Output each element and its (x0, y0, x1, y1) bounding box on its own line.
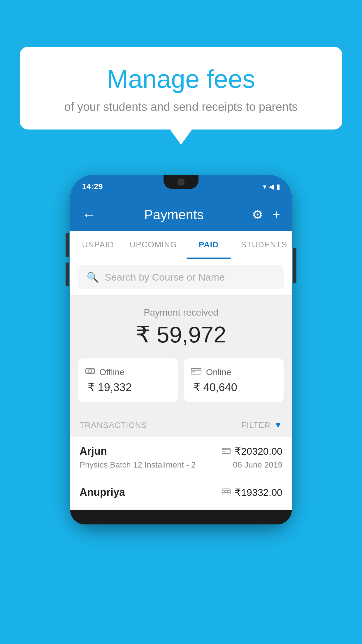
payment-type-icon (222, 446, 231, 456)
transactions-label: TRANSACTIONS (80, 421, 147, 430)
tab-upcoming[interactable]: UPCOMING (126, 231, 181, 259)
transactions-header: TRANSACTIONS FILTER ▼ (70, 412, 292, 437)
payment-received-label: Payment received (78, 307, 284, 318)
cash-icon (85, 367, 95, 377)
search-icon: 🔍 (87, 271, 99, 283)
filter-button[interactable]: FILTER ▼ (241, 421, 282, 430)
svg-rect-0 (86, 368, 94, 374)
svg-rect-10 (222, 489, 230, 494)
transaction-name: Anupriya (80, 486, 125, 498)
status-time: 14:29 (82, 182, 103, 191)
offline-label: Offline (99, 367, 124, 377)
payment-type-icon (222, 487, 231, 497)
phone-side-button-vol-up (66, 233, 69, 257)
search-placeholder: Search by Course or Name (105, 272, 225, 283)
tab-paid[interactable]: PAID (181, 231, 236, 259)
transaction-date: 06 June 2019 (233, 460, 282, 470)
add-icon[interactable]: + (273, 207, 280, 222)
offline-payment-card: Offline ₹ 19,332 (78, 358, 178, 402)
phone-bottom (70, 510, 292, 524)
tabs-bar: UNPAID UPCOMING PAID STUDENTS (70, 231, 292, 259)
battery-icon: ▮ (276, 183, 280, 191)
speech-bubble: Manage fees of your students and send re… (20, 47, 342, 130)
svg-rect-6 (192, 371, 195, 372)
svg-rect-9 (223, 451, 225, 452)
filter-icon: ▼ (274, 421, 282, 430)
online-amount: ₹ 40,640 (191, 381, 237, 394)
payment-summary: Payment received ₹ 59,972 (70, 295, 292, 412)
app-header: ← Payments ⚙ + (70, 198, 292, 231)
speech-bubble-title: Manage fees (34, 64, 328, 94)
payment-total-amount: ₹ 59,972 (78, 321, 284, 348)
phone-frame: 14:29 ▾ ◀ ▮ ← Payments ⚙ + UNPAID UPCOMI… (70, 175, 292, 524)
offline-amount: ₹ 19,332 (85, 381, 132, 394)
online-label: Online (206, 367, 231, 377)
search-container: 🔍 Search by Course or Name (70, 259, 292, 295)
tab-unpaid[interactable]: UNPAID (70, 231, 126, 259)
page-title: Payments (144, 207, 204, 223)
speech-bubble-subtitle: of your students and send receipts to pa… (34, 100, 328, 113)
search-box[interactable]: 🔍 Search by Course or Name (78, 265, 284, 289)
tab-students[interactable]: STUDENTS (236, 231, 292, 259)
transaction-item[interactable]: Anupriya ₹19332.00 (70, 478, 292, 510)
phone-side-button-power (293, 248, 296, 283)
signal-icon: ◀ (269, 183, 274, 191)
status-icons: ▾ ◀ ▮ (263, 183, 280, 191)
transaction-item[interactable]: Arjun ₹20320.00 Physics Batch 12 Install… (70, 437, 292, 478)
back-button[interactable]: ← (82, 206, 96, 223)
transaction-detail: Physics Batch 12 Installment - 2 (80, 460, 196, 470)
settings-icon[interactable]: ⚙ (252, 207, 263, 222)
payment-cards: Offline ₹ 19,332 (78, 358, 284, 402)
phone-side-button-vol-down (66, 262, 69, 286)
transaction-amount: ₹19332.00 (235, 487, 282, 498)
online-payment-card: Online ₹ 40,640 (184, 358, 284, 402)
wifi-icon: ▾ (263, 183, 266, 191)
card-icon (191, 367, 201, 377)
filter-label: FILTER (241, 421, 270, 430)
status-bar: 14:29 ▾ ◀ ▮ (70, 175, 292, 198)
app-screen: ← Payments ⚙ + UNPAID UPCOMING PAID STUD… (70, 198, 292, 510)
transaction-name: Arjun (80, 445, 107, 457)
transaction-amount: ₹20320.00 (235, 445, 282, 457)
header-actions: ⚙ + (252, 207, 280, 222)
